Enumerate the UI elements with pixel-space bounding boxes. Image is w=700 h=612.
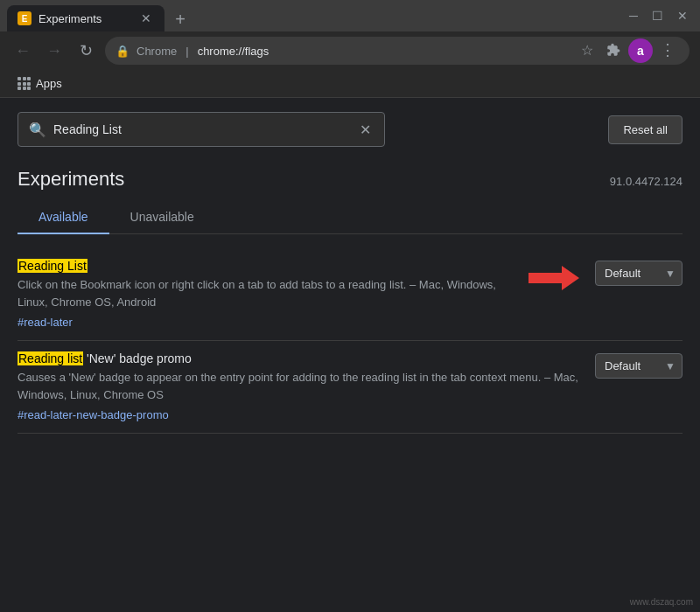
address-actions: ☆ a ⋮ xyxy=(576,38,679,63)
flag-name-highlight-2: Reading list xyxy=(18,351,83,365)
tab-close-button[interactable]: ✕ xyxy=(138,10,154,26)
search-input[interactable] xyxy=(53,122,349,136)
main-content: 🔍 ✕ Reset all Experiments 91.0.4472.124 … xyxy=(0,98,700,612)
reset-all-button[interactable]: Reset all xyxy=(608,115,682,144)
search-clear-button[interactable]: ✕ xyxy=(356,121,374,138)
tabs-bar: Available Unavailable xyxy=(18,201,682,234)
apps-label: Apps xyxy=(36,77,62,90)
flag-tag-2[interactable]: #read-later-new-badge-promo xyxy=(18,408,169,421)
titlebar: E Experiments ✕ + ─ ☐ ✕ xyxy=(0,0,700,31)
menu-icon[interactable]: ⋮ xyxy=(656,38,679,61)
svg-marker-0 xyxy=(528,266,579,290)
flag-select-2[interactable]: Default Enabled Disabled xyxy=(595,353,682,379)
address-url: chrome://flags xyxy=(198,45,270,58)
flag-control-2[interactable]: Default Enabled Disabled ▼ xyxy=(595,353,682,379)
search-area: 🔍 ✕ Reset all xyxy=(0,98,700,161)
profile-avatar[interactable]: a xyxy=(628,38,653,63)
favicon-letter: E xyxy=(22,14,28,24)
tab-unavailable[interactable]: Unavailable xyxy=(109,201,215,234)
flag-item-reading-list: Reading List Click on the Bookmark icon … xyxy=(18,248,682,341)
version-text: 91.0.4472.124 xyxy=(610,175,682,188)
maximize-button[interactable]: ☐ xyxy=(647,9,668,23)
active-tab[interactable]: E Experiments ✕ xyxy=(7,5,164,31)
apps-grid-icon xyxy=(18,77,31,90)
tab-title: Experiments xyxy=(38,12,131,25)
flag-tag-1[interactable]: #read-later xyxy=(18,316,73,329)
reload-button[interactable]: ↻ xyxy=(74,38,98,63)
navbar: ← → ↻ 🔒 Chrome | chrome://flags ☆ a ⋮ xyxy=(0,31,700,70)
watermark: www.dszaq.com xyxy=(630,597,693,607)
search-box[interactable]: 🔍 ✕ xyxy=(18,112,385,147)
window-controls: ─ ☐ ✕ xyxy=(624,9,693,23)
close-button[interactable]: ✕ xyxy=(672,9,693,23)
flag-desc-2: Causes a 'New' badge to appear on the en… xyxy=(18,369,581,403)
flag-info-2: Reading list 'New' badge promo Causes a … xyxy=(18,351,581,422)
tab-available[interactable]: Available xyxy=(18,201,109,234)
tab-favicon: E xyxy=(18,11,32,25)
flag-item-reading-list-badge: Reading list 'New' badge promo Causes a … xyxy=(18,341,682,434)
experiments-header: Experiments 91.0.4472.124 xyxy=(0,161,700,194)
new-tab-button[interactable]: + xyxy=(168,7,192,31)
address-bar[interactable]: 🔒 Chrome | chrome://flags ☆ a ⋮ xyxy=(105,37,690,65)
flag-name-highlight-1: Reading List xyxy=(18,259,88,273)
address-separator: | xyxy=(186,45,188,58)
flag-name-2: Reading list 'New' badge promo xyxy=(18,351,581,365)
bookmarks-bar: Apps xyxy=(0,70,700,98)
lock-icon: 🔒 xyxy=(116,45,130,58)
flag-select-wrapper-1[interactable]: Default Enabled Disabled ▼ xyxy=(595,261,682,286)
site-label: Chrome xyxy=(136,45,177,58)
tab-bar: E Experiments ✕ + xyxy=(7,0,624,31)
apps-bookmark[interactable]: Apps xyxy=(10,73,69,94)
flag-info-1: Reading List Click on the Bookmark icon … xyxy=(18,259,514,330)
search-icon: 🔍 xyxy=(29,122,46,138)
forward-button[interactable]: → xyxy=(42,38,66,63)
experiments-title: Experiments xyxy=(18,168,124,191)
flag-name-1: Reading List xyxy=(18,259,514,273)
extensions-icon[interactable] xyxy=(602,38,625,61)
flag-control-1[interactable]: Default Enabled Disabled ▼ xyxy=(595,261,682,286)
flag-select-wrapper-2[interactable]: Default Enabled Disabled ▼ xyxy=(595,353,682,379)
flags-list: Reading List Click on the Bookmark icon … xyxy=(0,234,700,448)
minimize-button[interactable]: ─ xyxy=(624,9,643,23)
flag-desc-1: Click on the Bookmark icon or right clic… xyxy=(18,276,514,310)
back-button[interactable]: ← xyxy=(10,38,35,63)
flag-select-1[interactable]: Default Enabled Disabled xyxy=(595,261,682,286)
bookmark-star-icon[interactable]: ☆ xyxy=(576,38,598,61)
red-arrow-1 xyxy=(528,261,581,296)
flag-name-rest-2: 'New' badge promo xyxy=(83,351,192,365)
